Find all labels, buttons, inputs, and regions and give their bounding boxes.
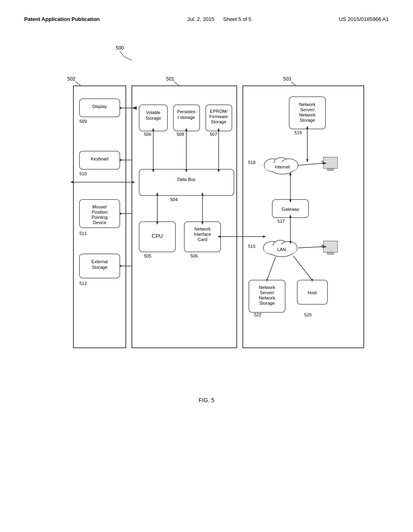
svg-text:Interface: Interface xyxy=(194,232,211,237)
svg-rect-41 xyxy=(139,169,234,195)
svg-text:Keyboad: Keyboad xyxy=(91,156,108,161)
svg-text:Card: Card xyxy=(198,237,207,242)
svg-text:Storage: Storage xyxy=(300,118,315,123)
svg-text:Network: Network xyxy=(259,285,275,290)
svg-text:518: 518 xyxy=(248,160,255,165)
header-patent-number: US 2015/0185966 A1 xyxy=(339,16,389,22)
svg-text:t storage: t storage xyxy=(178,115,195,120)
svg-line-1 xyxy=(120,51,124,56)
svg-text:517: 517 xyxy=(277,219,285,224)
svg-text:Network: Network xyxy=(194,227,211,231)
diagram-area: 500 502 501 503 Display 509 xyxy=(33,34,380,385)
svg-text:507: 507 xyxy=(210,132,217,137)
page: Patent Application Publication Jul. 2, 2… xyxy=(0,0,413,532)
svg-line-2 xyxy=(124,56,132,60)
svg-text:Network: Network xyxy=(299,102,316,107)
svg-text:Internet: Internet xyxy=(275,164,290,169)
svg-text:Device: Device xyxy=(93,220,106,225)
diagram-svg: 500 502 501 503 Display 509 xyxy=(33,34,380,385)
svg-text:Server/: Server/ xyxy=(300,107,315,112)
svg-text:Network: Network xyxy=(259,295,275,300)
svg-text:522: 522 xyxy=(254,312,261,317)
svg-rect-87 xyxy=(327,252,334,254)
header-publication: Patent Application Publication xyxy=(24,16,100,22)
svg-text:Volatile: Volatile xyxy=(146,110,160,115)
svg-text:512: 512 xyxy=(79,281,87,286)
svg-text:520: 520 xyxy=(304,312,311,317)
svg-text:505: 505 xyxy=(144,254,151,258)
svg-text:503: 503 xyxy=(283,76,291,82)
svg-text:Pointing: Pointing xyxy=(92,215,108,220)
svg-text:510: 510 xyxy=(79,171,87,176)
svg-text:Display: Display xyxy=(92,104,107,109)
svg-text:508: 508 xyxy=(177,132,184,137)
svg-rect-69 xyxy=(327,168,334,170)
svg-text:Data Bus: Data Bus xyxy=(177,177,196,182)
svg-text:LAN: LAN xyxy=(277,247,286,252)
fig-label: FIG. 5 xyxy=(199,397,215,403)
svg-text:Network: Network xyxy=(299,112,316,117)
svg-text:Firmware: Firmware xyxy=(209,114,228,119)
svg-text:Host: Host xyxy=(308,290,317,295)
svg-marker-127 xyxy=(70,181,73,183)
svg-text:Mouse/: Mouse/ xyxy=(92,204,107,209)
svg-text:504: 504 xyxy=(170,197,177,202)
svg-text:EPROM/: EPROM/ xyxy=(210,109,227,114)
svg-text:Server/: Server/ xyxy=(260,290,274,295)
figure-caption: FIG. 5 xyxy=(24,397,389,403)
svg-text:CPU: CPU xyxy=(152,233,163,239)
svg-text:506: 506 xyxy=(144,132,151,137)
svg-text:Storage: Storage xyxy=(259,301,275,305)
page-header: Patent Application Publication Jul. 2, 2… xyxy=(24,16,389,22)
header-date-sheet: Jul. 2, 2015 Sheet 5 of 5 xyxy=(187,16,251,22)
svg-text:501: 501 xyxy=(166,76,174,82)
svg-text:Storage: Storage xyxy=(92,265,108,270)
svg-text:502: 502 xyxy=(67,76,75,82)
svg-text:Storage: Storage xyxy=(211,119,227,124)
svg-text:External: External xyxy=(92,259,108,264)
svg-text:Position: Position xyxy=(92,210,107,214)
svg-text:519: 519 xyxy=(294,130,302,135)
svg-text:515: 515 xyxy=(248,244,255,249)
svg-text:509: 509 xyxy=(79,119,87,124)
header-sheet: Sheet 5 of 5 xyxy=(223,16,251,22)
svg-text:500: 500 xyxy=(116,45,124,51)
svg-text:Gateway: Gateway xyxy=(282,207,299,212)
svg-text:Persisten: Persisten xyxy=(177,109,196,114)
svg-text:511: 511 xyxy=(79,231,87,236)
svg-text:506: 506 xyxy=(190,254,198,258)
header-date: Jul. 2, 2015 xyxy=(187,16,214,22)
svg-text:Storage: Storage xyxy=(146,116,161,121)
